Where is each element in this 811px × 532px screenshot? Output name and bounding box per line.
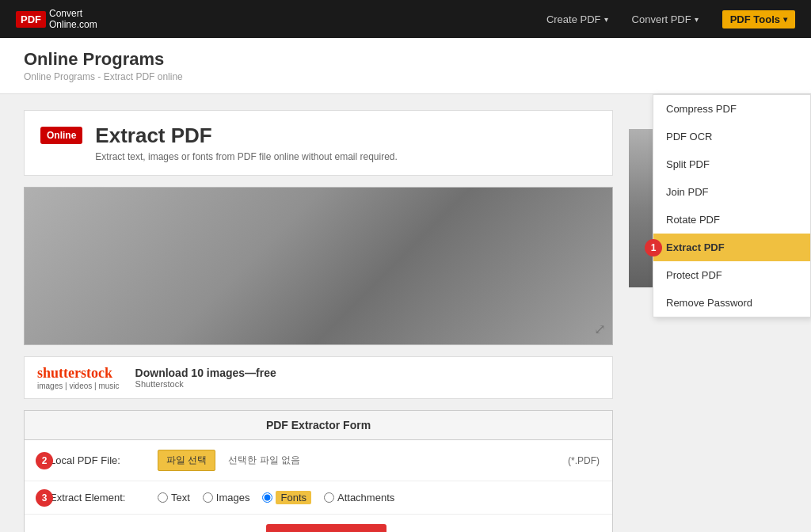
radio-text[interactable]: Text — [158, 492, 190, 504]
step-badge-1: 1 — [645, 239, 662, 256]
expand-icon: ⤢ — [594, 321, 606, 338]
step-badge-2: 2 — [36, 452, 53, 469]
ad-image: ⤢ — [25, 188, 612, 344]
left-column: Online Extract PDF Extract text, images … — [24, 110, 613, 532]
radio-attachments-input[interactable] — [324, 492, 334, 503]
breadcrumb: Online Programs - Extract PDF online — [24, 71, 787, 82]
tool-header-card: Online Extract PDF Extract text, images … — [24, 110, 613, 176]
file-label: Local PDF File: — [50, 454, 145, 466]
pdf-extractor-form: PDF Extractor Form 2 Local PDF File: 파일 … — [24, 410, 613, 532]
radio-text-label: Text — [171, 492, 190, 504]
nav-pdf-tools[interactable]: PDF Tools ▾ — [722, 10, 795, 28]
dropdown-split-pdf[interactable]: Split PDF — [653, 150, 810, 178]
dropdown-remove-password[interactable]: Remove Password — [653, 289, 810, 317]
tool-info: Extract PDF Extract text, images or font… — [95, 124, 398, 162]
dropdown-rotate-pdf[interactable]: Rotate PDF — [653, 206, 810, 234]
logo-text: Convert Online.com — [49, 8, 97, 31]
shutterstock-offer: Download 10 images—free Shutterstock — [135, 367, 276, 389]
main-content: Online Extract PDF Extract text, images … — [0, 94, 811, 532]
chevron-down-icon: ▾ — [604, 15, 608, 24]
shutterstock-media: images | videos | music — [37, 382, 120, 390]
file-select-button[interactable]: 파일 선택 — [158, 450, 215, 471]
shutterstock-brand: Shutterstock — [135, 379, 276, 389]
dropdown-pdf-ocr[interactable]: PDF OCR — [653, 123, 810, 150]
pdf-tools-dropdown: Compress PDF PDF OCR Split PDF Join PDF … — [653, 94, 811, 317]
submit-row: 4 Extract Now! — [25, 515, 612, 532]
tool-title: Extract PDF — [95, 124, 398, 148]
chevron-down-icon: ▾ — [695, 15, 699, 24]
nav-create-pdf[interactable]: Create PDF ▾ — [546, 13, 608, 25]
tool-description: Extract text, images or fonts from PDF f… — [95, 151, 398, 162]
file-row: 2 Local PDF File: 파일 선택 선택한 파일 없음 (*.PDF… — [25, 440, 612, 481]
ad-area: ⤢ — [24, 187, 613, 345]
extract-options: Text Images Fonts Attachments — [158, 491, 394, 504]
step-badge-3: 3 — [36, 489, 53, 507]
logo-badge: PDF — [16, 11, 46, 28]
file-name: 선택한 파일 없음 — [228, 454, 300, 467]
header: PDF Convert Online.com Create PDF ▾ Conv… — [0, 0, 811, 38]
radio-images[interactable]: Images — [203, 492, 250, 504]
radio-attachments[interactable]: Attachments — [324, 492, 394, 504]
radio-fonts-input[interactable] — [262, 492, 272, 503]
breadcrumb-area: Online Programs Online Programs - Extrac… — [0, 38, 811, 94]
extract-label: Extract Element: — [50, 492, 145, 504]
shutterstock-tagline: Download 10 images—free — [135, 367, 276, 379]
dropdown-extract-pdf[interactable]: Extract PDF — [653, 234, 810, 261]
shutterstock-logo-area: shutterstock images | videos | music — [37, 365, 120, 390]
shutterstock-logo: shutterstock — [37, 365, 120, 382]
page-title: Online Programs — [24, 49, 787, 70]
dropdown-join-pdf[interactable]: Join PDF — [653, 178, 810, 206]
file-extension: (*.PDF) — [568, 455, 600, 466]
radio-fonts-label: Fonts — [276, 491, 311, 504]
radio-attachments-label: Attachments — [337, 492, 394, 504]
extract-element-row: 3 Extract Element: Text Images Fonts — [25, 481, 612, 515]
nav-convert-pdf[interactable]: Convert PDF ▾ — [632, 13, 699, 25]
shutterstock-banner[interactable]: shutterstock images | videos | music Dow… — [24, 356, 613, 399]
radio-images-label: Images — [216, 492, 250, 504]
radio-text-input[interactable] — [158, 492, 168, 503]
chevron-down-icon: ▾ — [783, 15, 787, 24]
form-title: PDF Extractor Form — [25, 411, 612, 440]
dropdown-protect-pdf[interactable]: Protect PDF — [653, 261, 810, 289]
dropdown-compress-pdf[interactable]: Compress PDF — [653, 95, 810, 123]
radio-fonts[interactable]: Fonts — [262, 491, 311, 504]
logo-area: PDF Convert Online.com — [16, 8, 97, 31]
radio-images-input[interactable] — [203, 492, 213, 503]
online-badge: Online — [40, 127, 82, 144]
